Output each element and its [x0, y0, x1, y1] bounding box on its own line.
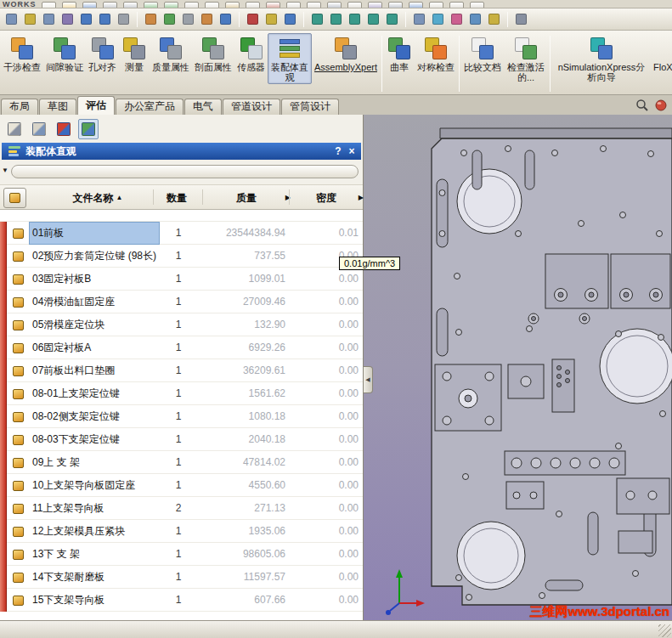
tab-electrical[interactable]: 电气	[184, 99, 222, 115]
bill-of-materials-icon[interactable]	[180, 11, 196, 27]
column-header-quantity[interactable]: 数量	[156, 185, 197, 211]
fullscreen-icon[interactable]	[513, 11, 529, 27]
print-preview-icon[interactable]	[123, 2, 138, 8]
table-row[interactable]: 02预应力套筒定位键 (98长)1737.550.00	[0, 245, 363, 268]
column-header-file-name[interactable]: 文件名称▲	[34, 185, 161, 211]
open-document-icon[interactable]	[62, 2, 76, 8]
apply-scene-icon[interactable]	[467, 11, 483, 27]
insert-components-icon[interactable]	[3, 11, 20, 27]
curvature-button[interactable]: 曲率	[384, 33, 415, 74]
close-button[interactable]: ×	[345, 145, 359, 157]
resize-grip[interactable]	[658, 624, 671, 637]
part-name[interactable]: 08-01上支架定位键	[29, 382, 160, 405]
explode-line-sketch-icon[interactable]	[217, 11, 234, 27]
part-name[interactable]: 14下支架耐磨板	[29, 566, 160, 589]
configurations-icon[interactable]	[29, 119, 49, 139]
table-row[interactable]: 10上支架导向板固定座14550.600.00	[0, 474, 363, 497]
select-icon[interactable]	[307, 2, 321, 8]
zoom-to-fit-icon[interactable]	[309, 11, 325, 27]
tab-layout[interactable]: 布局	[1, 99, 38, 115]
part-name[interactable]: 04滑模油缸固定座	[29, 291, 160, 313]
zoom-magnifier-icon[interactable]	[635, 98, 649, 112]
part-name[interactable]: 13下 支 架	[29, 543, 160, 566]
undo-icon[interactable]	[144, 2, 158, 8]
options-icon[interactable]	[388, 2, 403, 8]
part-name[interactable]: 03固定衬板B	[29, 268, 160, 291]
part-name[interactable]: 10上支架导向板固定座	[29, 474, 160, 497]
part-name[interactable]: 09上 支 架	[29, 451, 160, 474]
table-row[interactable]: 01前板123544384.940.01	[0, 222, 363, 245]
section-properties-button[interactable]: 剖面属性	[192, 33, 234, 74]
table-row[interactable]: 15下支架导向板1607.660.00	[0, 589, 363, 612]
rebuild-icon[interactable]	[266, 2, 280, 8]
save-document-icon[interactable]	[82, 2, 97, 8]
table-row[interactable]: 07前板出料口垫圈136209.610.00	[0, 359, 363, 382]
column-header-density[interactable]: 密度▶	[292, 185, 360, 211]
table-row[interactable]: 08-02侧支架定位键11080.180.00	[0, 405, 363, 428]
flyout-arrow-icon[interactable]: ▼	[2, 167, 8, 174]
macro-icon[interactable]	[368, 2, 382, 8]
tab-piping[interactable]: 管道设计	[223, 99, 280, 115]
panel-collapse-handle[interactable]: ◀	[364, 366, 373, 393]
redraw-icon[interactable]	[286, 2, 301, 8]
web-globe-icon[interactable]	[54, 119, 74, 139]
symmetry-check-button[interactable]: 对称检查	[415, 33, 457, 74]
hole-alignment-button[interactable]: 孔对齐	[86, 33, 119, 74]
value-bar-slider[interactable]	[11, 165, 359, 178]
exploded-view-icon[interactable]	[199, 11, 215, 27]
part-name[interactable]: 07前板出料口垫圈	[29, 359, 160, 382]
table-row[interactable]: 11上支架导向板2271.130.00	[0, 497, 363, 520]
part-name[interactable]: 08-02侧支架定位键	[29, 405, 160, 428]
mass-properties-button[interactable]: 质量属性	[150, 33, 192, 74]
about-icon[interactable]	[470, 2, 484, 8]
new-motion-study-icon[interactable]	[161, 11, 178, 27]
assembly-features-icon[interactable]	[143, 11, 159, 27]
tab-sketch[interactable]: 草图	[39, 99, 76, 115]
paste-icon[interactable]	[225, 2, 240, 8]
part-name[interactable]: 15下支架导向板	[29, 589, 160, 612]
table-row[interactable]: 04滑模油缸固定座127009.460.00	[0, 291, 363, 313]
compare-documents-button[interactable]: 比较文档	[461, 33, 504, 74]
table-row[interactable]: 05滑模座定位块1132.900.00	[0, 313, 363, 336]
part-name[interactable]: 08-03下支架定位键	[29, 428, 160, 451]
view-orientation-icon[interactable]	[384, 11, 400, 27]
print-document-icon[interactable]	[103, 2, 117, 8]
mate-icon[interactable]	[22, 11, 38, 27]
help-icon[interactable]	[409, 2, 423, 8]
part-name[interactable]: 06固定衬板A	[29, 336, 160, 359]
smart-fasteners-icon[interactable]	[59, 11, 76, 27]
previous-view-icon[interactable]	[347, 11, 363, 27]
cut-icon[interactable]	[184, 2, 199, 8]
rotate-component-icon[interactable]	[97, 11, 113, 27]
interference-detection-small-icon[interactable]	[245, 11, 261, 27]
fullscreen-toggle-icon[interactable]	[449, 2, 464, 8]
sensor-button[interactable]: 传感器	[234, 33, 268, 74]
interference-detection-button[interactable]: 干涉检查	[1, 33, 43, 74]
simulationxpress-wizard-button[interactable]: nSimulationXpress分析向导	[552, 33, 651, 84]
appearance-sphere-icon[interactable]	[653, 98, 668, 112]
edit-appearance-icon[interactable]	[449, 11, 465, 27]
help-button[interactable]: ?	[331, 145, 345, 157]
display-style-icon[interactable]	[411, 11, 427, 27]
table-row[interactable]: 08-01上支架定位键11561.620.00	[0, 382, 363, 405]
model-plate[interactable]	[364, 115, 672, 620]
table-row[interactable]: 09上 支 架147814.020.00	[0, 451, 363, 474]
part-name[interactable]: 05滑模座定位块	[29, 313, 160, 336]
hide-show-items-icon[interactable]	[430, 11, 446, 27]
toolbars-icon[interactable]	[347, 2, 362, 8]
table-row[interactable]: 13下 支 架198605.060.00	[0, 543, 363, 566]
column-header-mass[interactable]: 质量▶	[206, 185, 287, 211]
tab-evaluate[interactable]: 评估	[77, 96, 115, 115]
table-row[interactable]: 14下支架耐磨板111597.570.00	[0, 566, 363, 589]
tab-tubing[interactable]: 管筒设计	[281, 99, 339, 115]
linear-component-pattern-icon[interactable]	[41, 11, 57, 27]
selection-filter-icon[interactable]	[327, 2, 342, 8]
zoom-to-area-icon[interactable]	[328, 11, 344, 27]
assembly-visualization-button[interactable]: 装配体直观	[268, 33, 312, 84]
new-document-icon[interactable]	[42, 2, 56, 8]
redo-icon[interactable]	[164, 2, 178, 8]
panel-display-icon[interactable]	[4, 119, 25, 139]
measure-button[interactable]: 测量	[119, 33, 150, 74]
measure-small-icon[interactable]	[263, 11, 280, 27]
floxpress-wizard-button[interactable]: FloXpress分析向导	[651, 33, 672, 74]
